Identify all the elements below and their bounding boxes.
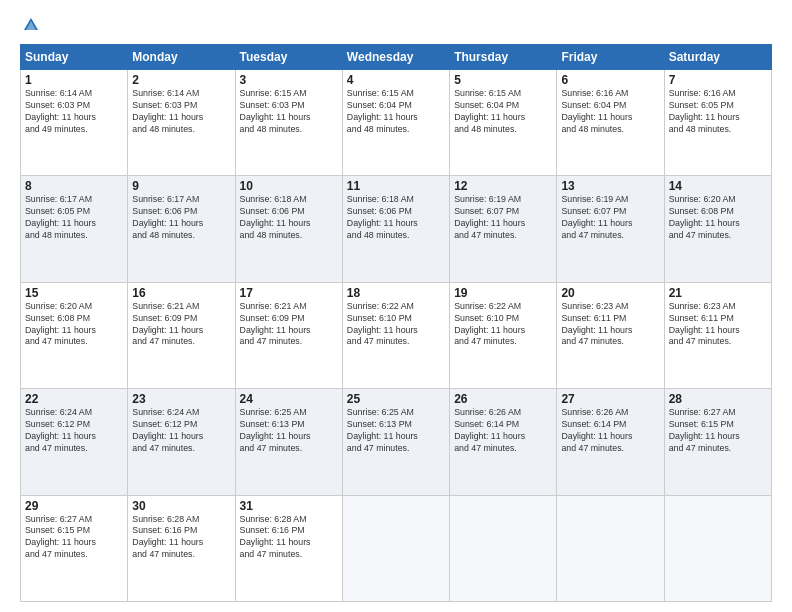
- day-number: 25: [347, 392, 445, 406]
- day-info: Sunrise: 6:17 AM Sunset: 6:05 PM Dayligh…: [25, 194, 123, 242]
- weekday-header-friday: Friday: [557, 45, 664, 70]
- calendar-cell: 7Sunrise: 6:16 AM Sunset: 6:05 PM Daylig…: [664, 70, 771, 176]
- calendar-cell: 31Sunrise: 6:28 AM Sunset: 6:16 PM Dayli…: [235, 495, 342, 601]
- day-number: 12: [454, 179, 552, 193]
- day-info: Sunrise: 6:15 AM Sunset: 6:04 PM Dayligh…: [347, 88, 445, 136]
- day-number: 27: [561, 392, 659, 406]
- day-info: Sunrise: 6:15 AM Sunset: 6:03 PM Dayligh…: [240, 88, 338, 136]
- day-number: 23: [132, 392, 230, 406]
- day-info: Sunrise: 6:15 AM Sunset: 6:04 PM Dayligh…: [454, 88, 552, 136]
- day-number: 5: [454, 73, 552, 87]
- calendar-cell: 27Sunrise: 6:26 AM Sunset: 6:14 PM Dayli…: [557, 389, 664, 495]
- calendar-week-2: 8Sunrise: 6:17 AM Sunset: 6:05 PM Daylig…: [21, 176, 772, 282]
- day-number: 8: [25, 179, 123, 193]
- day-info: Sunrise: 6:27 AM Sunset: 6:15 PM Dayligh…: [669, 407, 767, 455]
- weekday-header-thursday: Thursday: [450, 45, 557, 70]
- calendar-cell: [342, 495, 449, 601]
- calendar-cell: [557, 495, 664, 601]
- day-info: Sunrise: 6:14 AM Sunset: 6:03 PM Dayligh…: [132, 88, 230, 136]
- calendar-table: SundayMondayTuesdayWednesdayThursdayFrid…: [20, 44, 772, 602]
- day-info: Sunrise: 6:27 AM Sunset: 6:15 PM Dayligh…: [25, 514, 123, 562]
- calendar-cell: 5Sunrise: 6:15 AM Sunset: 6:04 PM Daylig…: [450, 70, 557, 176]
- day-number: 1: [25, 73, 123, 87]
- day-number: 11: [347, 179, 445, 193]
- calendar-cell: 21Sunrise: 6:23 AM Sunset: 6:11 PM Dayli…: [664, 282, 771, 388]
- day-info: Sunrise: 6:25 AM Sunset: 6:13 PM Dayligh…: [240, 407, 338, 455]
- day-number: 4: [347, 73, 445, 87]
- day-info: Sunrise: 6:19 AM Sunset: 6:07 PM Dayligh…: [454, 194, 552, 242]
- logo-text: [20, 16, 40, 34]
- calendar-cell: 11Sunrise: 6:18 AM Sunset: 6:06 PM Dayli…: [342, 176, 449, 282]
- day-info: Sunrise: 6:26 AM Sunset: 6:14 PM Dayligh…: [454, 407, 552, 455]
- day-info: Sunrise: 6:23 AM Sunset: 6:11 PM Dayligh…: [561, 301, 659, 349]
- day-number: 7: [669, 73, 767, 87]
- calendar-cell: 23Sunrise: 6:24 AM Sunset: 6:12 PM Dayli…: [128, 389, 235, 495]
- calendar-cell: 19Sunrise: 6:22 AM Sunset: 6:10 PM Dayli…: [450, 282, 557, 388]
- weekday-header-monday: Monday: [128, 45, 235, 70]
- calendar-cell: 28Sunrise: 6:27 AM Sunset: 6:15 PM Dayli…: [664, 389, 771, 495]
- day-info: Sunrise: 6:26 AM Sunset: 6:14 PM Dayligh…: [561, 407, 659, 455]
- calendar-week-3: 15Sunrise: 6:20 AM Sunset: 6:08 PM Dayli…: [21, 282, 772, 388]
- day-info: Sunrise: 6:24 AM Sunset: 6:12 PM Dayligh…: [25, 407, 123, 455]
- calendar-cell: [664, 495, 771, 601]
- day-info: Sunrise: 6:25 AM Sunset: 6:13 PM Dayligh…: [347, 407, 445, 455]
- day-number: 9: [132, 179, 230, 193]
- weekday-header-sunday: Sunday: [21, 45, 128, 70]
- day-number: 26: [454, 392, 552, 406]
- day-number: 3: [240, 73, 338, 87]
- calendar-cell: 25Sunrise: 6:25 AM Sunset: 6:13 PM Dayli…: [342, 389, 449, 495]
- day-number: 28: [669, 392, 767, 406]
- calendar-cell: 3Sunrise: 6:15 AM Sunset: 6:03 PM Daylig…: [235, 70, 342, 176]
- day-info: Sunrise: 6:19 AM Sunset: 6:07 PM Dayligh…: [561, 194, 659, 242]
- day-number: 10: [240, 179, 338, 193]
- calendar-cell: 15Sunrise: 6:20 AM Sunset: 6:08 PM Dayli…: [21, 282, 128, 388]
- calendar-cell: 18Sunrise: 6:22 AM Sunset: 6:10 PM Dayli…: [342, 282, 449, 388]
- day-info: Sunrise: 6:22 AM Sunset: 6:10 PM Dayligh…: [454, 301, 552, 349]
- weekday-header-saturday: Saturday: [664, 45, 771, 70]
- day-number: 31: [240, 499, 338, 513]
- calendar-cell: [450, 495, 557, 601]
- calendar-cell: 8Sunrise: 6:17 AM Sunset: 6:05 PM Daylig…: [21, 176, 128, 282]
- day-number: 22: [25, 392, 123, 406]
- day-info: Sunrise: 6:20 AM Sunset: 6:08 PM Dayligh…: [669, 194, 767, 242]
- day-number: 2: [132, 73, 230, 87]
- day-number: 21: [669, 286, 767, 300]
- day-info: Sunrise: 6:20 AM Sunset: 6:08 PM Dayligh…: [25, 301, 123, 349]
- day-number: 6: [561, 73, 659, 87]
- calendar-cell: 16Sunrise: 6:21 AM Sunset: 6:09 PM Dayli…: [128, 282, 235, 388]
- calendar-week-5: 29Sunrise: 6:27 AM Sunset: 6:15 PM Dayli…: [21, 495, 772, 601]
- day-number: 29: [25, 499, 123, 513]
- day-info: Sunrise: 6:18 AM Sunset: 6:06 PM Dayligh…: [240, 194, 338, 242]
- day-number: 20: [561, 286, 659, 300]
- day-info: Sunrise: 6:21 AM Sunset: 6:09 PM Dayligh…: [240, 301, 338, 349]
- day-number: 14: [669, 179, 767, 193]
- calendar-cell: 22Sunrise: 6:24 AM Sunset: 6:12 PM Dayli…: [21, 389, 128, 495]
- calendar-week-1: 1Sunrise: 6:14 AM Sunset: 6:03 PM Daylig…: [21, 70, 772, 176]
- calendar-cell: 24Sunrise: 6:25 AM Sunset: 6:13 PM Dayli…: [235, 389, 342, 495]
- calendar-cell: 9Sunrise: 6:17 AM Sunset: 6:06 PM Daylig…: [128, 176, 235, 282]
- calendar-cell: 6Sunrise: 6:16 AM Sunset: 6:04 PM Daylig…: [557, 70, 664, 176]
- day-number: 24: [240, 392, 338, 406]
- day-info: Sunrise: 6:28 AM Sunset: 6:16 PM Dayligh…: [132, 514, 230, 562]
- weekday-header-wednesday: Wednesday: [342, 45, 449, 70]
- header: [20, 16, 772, 34]
- calendar-cell: 1Sunrise: 6:14 AM Sunset: 6:03 PM Daylig…: [21, 70, 128, 176]
- day-number: 16: [132, 286, 230, 300]
- calendar-cell: 30Sunrise: 6:28 AM Sunset: 6:16 PM Dayli…: [128, 495, 235, 601]
- day-info: Sunrise: 6:16 AM Sunset: 6:05 PM Dayligh…: [669, 88, 767, 136]
- calendar-cell: 29Sunrise: 6:27 AM Sunset: 6:15 PM Dayli…: [21, 495, 128, 601]
- day-info: Sunrise: 6:17 AM Sunset: 6:06 PM Dayligh…: [132, 194, 230, 242]
- day-number: 17: [240, 286, 338, 300]
- day-number: 13: [561, 179, 659, 193]
- day-info: Sunrise: 6:22 AM Sunset: 6:10 PM Dayligh…: [347, 301, 445, 349]
- calendar-cell: 20Sunrise: 6:23 AM Sunset: 6:11 PM Dayli…: [557, 282, 664, 388]
- logo-icon: [22, 16, 40, 34]
- day-number: 18: [347, 286, 445, 300]
- day-info: Sunrise: 6:23 AM Sunset: 6:11 PM Dayligh…: [669, 301, 767, 349]
- day-info: Sunrise: 6:16 AM Sunset: 6:04 PM Dayligh…: [561, 88, 659, 136]
- day-info: Sunrise: 6:14 AM Sunset: 6:03 PM Dayligh…: [25, 88, 123, 136]
- calendar-cell: 2Sunrise: 6:14 AM Sunset: 6:03 PM Daylig…: [128, 70, 235, 176]
- day-number: 19: [454, 286, 552, 300]
- calendar-week-4: 22Sunrise: 6:24 AM Sunset: 6:12 PM Dayli…: [21, 389, 772, 495]
- day-info: Sunrise: 6:24 AM Sunset: 6:12 PM Dayligh…: [132, 407, 230, 455]
